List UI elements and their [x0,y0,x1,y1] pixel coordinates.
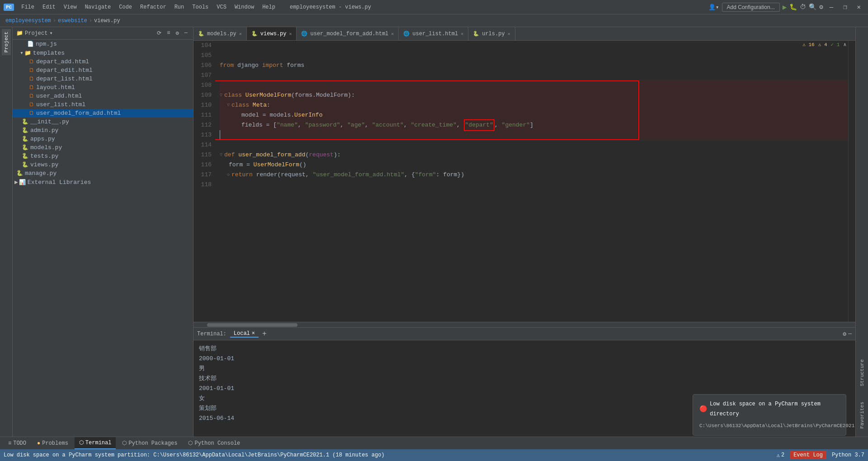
tab-views-py[interactable]: 🐍 views.py ✕ [247,27,297,40]
tree-item-views-py[interactable]: 🐍 views.py [13,160,193,169]
library-icon: 📊 [19,179,26,186]
project-vertical-tab[interactable]: Project [2,29,11,55]
tab-label: views.py [260,31,287,37]
fold-arrow-icon[interactable]: ▽ [220,90,222,100]
menu-edit[interactable]: Edit [39,2,59,12]
editor-horizontal-scrollbar[interactable] [193,322,855,327]
tree-item-manage-py[interactable]: 🐍 manage.py [13,169,193,178]
run-icon[interactable]: ▶ [783,3,787,12]
menu-refactor[interactable]: Refactor [137,2,170,12]
tree-item-npm-js[interactable]: 📄 npm.js [13,40,193,48]
problems-tab[interactable]: ● Problems [33,437,73,449]
event-log-button[interactable]: Event Log [790,451,826,459]
notification-title: 🔴 Low disk space on a PyCharm system dir… [699,399,840,419]
tree-item-external-libs[interactable]: ▶ 📊 External Libraries [13,178,193,187]
tree-item-templates[interactable]: ▾ 📁 templates [13,48,193,57]
terminal-settings-icon[interactable]: ⚙ [843,330,846,338]
tab-label: models.py [207,31,236,37]
terminal-close-icon[interactable]: × [252,330,255,337]
warning-badge: ⚠ 16 [802,42,814,47]
structure-tab[interactable]: Structure [858,357,867,389]
tree-item-apps-py[interactable]: 🐍 apps.py [13,135,193,143]
settings-icon[interactable]: ⚙ [819,3,823,11]
tab-models-py[interactable]: 🐍 models.py ✕ [193,27,247,40]
tree-item-depart-list[interactable]: 🗋 depart_list.html [13,75,193,83]
python-packages-tab[interactable]: ⬡ Python Packages [118,437,182,449]
menu-code[interactable]: Code [115,2,136,12]
close-button[interactable]: ✕ [854,1,864,13]
dropdown-arrow-icon[interactable]: ▾ [49,30,52,37]
tree-item-user-add[interactable]: 🗋 user_add.html [13,92,193,100]
notification-body: C:\Users\86132\AppData\Local\JetBrains\P… [699,421,840,431]
tree-item-depart-add[interactable]: 🗋 depart_add.html [13,57,193,66]
tree-item-admin-py[interactable]: 🐍 admin.py [13,126,193,135]
editor-content[interactable]: ⚠ 16 ⚠ 4 ✓ 1 ∧ 104 105 106 107 108 109 1… [193,41,855,322]
settings-gear-icon[interactable]: ⚙ [174,29,181,38]
tab-close-icon[interactable]: ✕ [239,31,242,37]
html-file-icon: 🗋 [29,101,34,108]
menu-file[interactable]: File [18,2,38,12]
favorites-tab[interactable]: Favorites [858,399,867,431]
maximize-button[interactable]: ❐ [840,1,850,13]
menu-vcs[interactable]: VCS [213,2,230,12]
tree-item-init-py[interactable]: 🐍 __init__.py [13,118,193,126]
terminal-local-tab[interactable]: Local × [230,330,259,338]
add-configuration-button[interactable]: Add Configuration... [722,3,780,12]
menu-help[interactable]: Help [259,2,279,12]
tab-close-icon[interactable]: ✕ [508,31,510,37]
close-sidebar-icon[interactable]: — [183,29,189,38]
py-file-icon: 🐍 [22,136,28,142]
html-file-icon: 🗋 [29,75,34,82]
keyword-import: import [262,61,283,71]
menu-run[interactable]: Run [171,2,188,12]
profile-icon[interactable]: ⏱ [800,4,806,11]
folder-icon: 📁 [24,50,31,56]
fold-arrow-icon[interactable]: ▽ [220,150,222,160]
code-editor[interactable]: from django import forms ▽ class UserMod… [215,41,848,322]
sync-icon[interactable]: ⟳ [155,29,163,38]
minimize-button[interactable]: — [826,2,837,13]
breadcrumb-part-2[interactable]: eswebsite [58,18,87,24]
tree-item-user-list[interactable]: 🗋 user_list.html [13,100,193,109]
tree-item-user-model-form-add[interactable]: 🗋 user_model_form_add.html [13,109,193,118]
tab-close-icon[interactable]: ✕ [461,31,463,37]
debug-icon[interactable]: 🐛 [789,3,797,11]
todo-tab[interactable]: ≡ TODO [4,437,31,449]
scroll-to-top-icon[interactable]: ∧ [843,42,846,47]
breadcrumb-part-3[interactable]: views.py [94,18,120,24]
fold-arrow-icon[interactable]: ◇ [227,170,230,180]
keyword-from: from [220,61,234,71]
tab-user-list-html[interactable]: 🌐 user_list.html ✕ [399,27,468,40]
tree-item-layout[interactable]: 🗋 layout.html [13,83,193,92]
status-bar-left: Low disk space on a PyCharm system parti… [4,452,385,458]
tab-close-icon[interactable]: ✕ [391,31,394,37]
terminal-minimize-icon[interactable]: — [848,330,852,338]
code-line-113[interactable] [220,130,848,140]
tab-urls-py[interactable]: 🐍 urls.py ✕ [468,27,515,40]
fold-arrow-icon[interactable]: ▽ [227,100,230,110]
terminal-content[interactable]: 销售部 2000-01-01 男 技术部 2001-01-01 女 策划部 20… [193,340,855,449]
python-console-tab[interactable]: ⬡ Python Console [184,437,245,449]
tab-close-icon[interactable]: ✕ [289,31,292,37]
code-line-110: ▽ class Meta : [220,100,848,110]
collapse-all-icon[interactable]: ≡ [165,29,172,38]
tab-user-model-form-add-html[interactable]: 🌐 user_model_form_add.html ✕ [297,27,399,40]
depart-field-highlight: "depart" [464,119,495,131]
search-icon[interactable]: 🔍 [809,3,816,11]
packages-icon: ⬡ [122,440,127,447]
menu-view[interactable]: View [60,2,80,12]
menu-tools[interactable]: Tools [189,2,212,12]
tree-item-models-py[interactable]: 🐍 models.py [13,143,193,152]
menu-navigate[interactable]: Navigate [81,2,115,12]
add-terminal-icon[interactable]: + [262,330,267,338]
tree-item-label: user_list.html [36,101,85,108]
code-line-108 [220,80,848,90]
py-tab-icon: 🐍 [198,31,204,37]
user-icon[interactable]: 👤▾ [708,4,719,11]
menu-window[interactable]: Window [231,2,258,12]
terminal-bottom-tab[interactable]: ⬡ Terminal [75,437,116,449]
tree-item-tests-py[interactable]: 🐍 tests.py [13,152,193,160]
tree-item-depart-edit[interactable]: 🗋 depart_edit.html [13,66,193,75]
scrollbar-thumb[interactable] [207,323,297,327]
breadcrumb-part-1[interactable]: employeesystem [5,18,51,24]
